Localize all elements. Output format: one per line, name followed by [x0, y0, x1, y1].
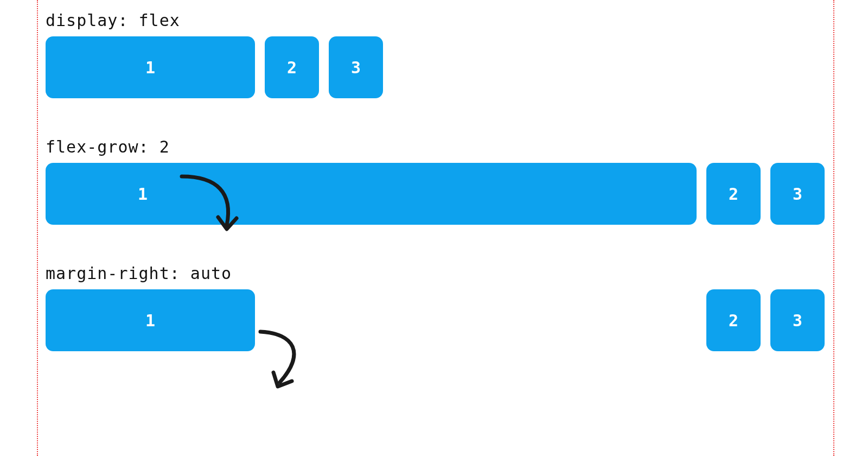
- flex-item-label: 3: [351, 58, 361, 77]
- flex-item-3: 3: [770, 289, 825, 351]
- flex-item-label: 1: [145, 311, 155, 330]
- flex-item-2: 2: [706, 289, 761, 351]
- flex-item-2: 2: [706, 163, 761, 225]
- flex-item-1-margin-auto: 1: [46, 289, 255, 351]
- flex-item-3: 3: [770, 163, 825, 225]
- example-1-row: 1 2 3: [46, 36, 833, 98]
- flex-item-1-grow: 1: [46, 163, 697, 225]
- guide-line-right: [833, 0, 834, 456]
- flex-item-3: 3: [329, 36, 383, 98]
- flex-item-label: 2: [729, 185, 738, 204]
- example-3-row: 1 2 3: [46, 289, 833, 351]
- flex-item-label: 1: [145, 58, 155, 77]
- flex-item-label: 3: [793, 311, 802, 330]
- flex-item-label: 1: [138, 185, 148, 204]
- flex-item-label: 3: [793, 185, 802, 204]
- flex-item-label: 2: [729, 311, 738, 330]
- flex-item-2: 2: [265, 36, 319, 98]
- example-3-label: margin-right: auto: [46, 264, 833, 283]
- example-1-label: display: flex: [46, 11, 833, 30]
- flex-item-1: 1: [46, 36, 255, 98]
- flex-item-label: 2: [287, 58, 297, 77]
- example-2-label: flex-grow: 2: [46, 137, 833, 156]
- example-2-row: 1 2 3: [46, 163, 833, 225]
